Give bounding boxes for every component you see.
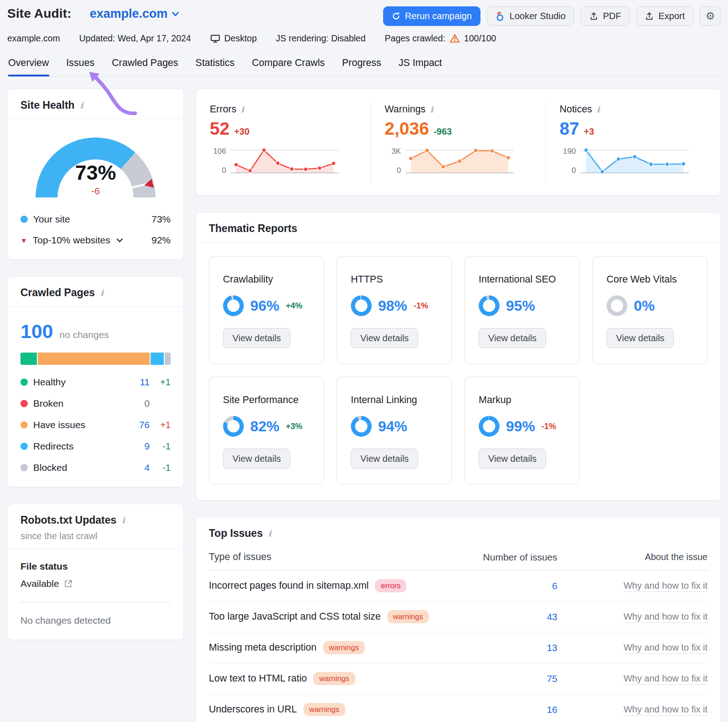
site-audit-page: Site Audit: example.com Rerun campaign L… <box>0 0 728 722</box>
project-selector[interactable]: example.com <box>90 7 179 21</box>
blocked-count-link[interactable]: 4 <box>129 462 150 473</box>
file-status-label: File status <box>20 561 171 572</box>
issue-count-link[interactable]: 13 <box>547 642 557 653</box>
issue-type: Too large JavaScript and CSS total size <box>209 611 381 622</box>
legend-row-have-issues: Have issues 76 +1 <box>20 419 171 430</box>
info-icon[interactable]: i <box>597 105 600 114</box>
view-details-button[interactable]: View details <box>223 328 290 348</box>
pdf-button[interactable]: PDF <box>581 6 630 26</box>
tab-overview[interactable]: Overview <box>8 55 49 76</box>
view-details-button[interactable]: View details <box>351 328 418 348</box>
settings-button[interactable]: ⚙ <box>700 6 721 26</box>
robots-note: No changes detected <box>20 615 171 626</box>
legend-value: 92% <box>152 235 171 246</box>
export-button[interactable]: Export <box>636 6 693 26</box>
meta-device: Desktop <box>224 33 257 44</box>
axis-min-label: 0 <box>222 166 226 175</box>
chevron-down-icon <box>172 12 179 16</box>
top-issues-card: Top Issues i Type of issues Number of is… <box>196 517 721 722</box>
audit-meta-row: example.com Updated: Wed, Apr 17, 2024 D… <box>7 33 721 44</box>
column-header-number: Number of issues <box>475 552 557 563</box>
desktop-icon <box>210 34 220 43</box>
info-icon[interactable]: i <box>430 105 433 114</box>
view-details-button[interactable]: View details <box>479 328 546 348</box>
stat-delta: +30 <box>234 126 249 137</box>
crawled-stacked-bar <box>20 353 171 365</box>
info-icon[interactable]: i <box>80 101 83 110</box>
topbar: Site Audit: example.com Rerun campaign L… <box>7 6 721 26</box>
site-health-title: Site Health <box>20 99 75 111</box>
looker-studio-button[interactable]: Looker Studio <box>487 6 574 26</box>
view-details-button[interactable]: View details <box>223 449 290 469</box>
info-icon[interactable]: i <box>268 529 271 538</box>
tab-compare-crawls[interactable]: Compare Crawls <box>252 55 325 76</box>
view-details-button[interactable]: View details <box>479 449 546 469</box>
axis-max-label: 106 <box>213 147 226 156</box>
axis-max-label: 190 <box>563 147 576 156</box>
why-how-to-fix-link[interactable]: Why and how to fix it <box>623 611 708 623</box>
thematic-pct: 95% <box>506 298 535 314</box>
info-icon[interactable]: i <box>101 288 104 298</box>
why-how-to-fix-link[interactable]: Why and how to fix it <box>623 642 708 654</box>
issue-count-link[interactable]: 75 <box>547 673 557 684</box>
stat-value: 2,036 <box>384 119 429 139</box>
issue-count-link[interactable]: 6 <box>552 581 557 591</box>
thematic-reports-card: Thematic Reports Crawlability 96%+4% Vie… <box>196 212 721 500</box>
view-details-button[interactable]: View details <box>351 449 418 469</box>
rerun-campaign-button[interactable]: Rerun campaign <box>383 6 480 26</box>
have-issues-count-link[interactable]: 76 <box>129 419 150 430</box>
crawled-total: 100 <box>20 320 53 343</box>
issue-count-link[interactable]: 43 <box>547 611 557 622</box>
tab-js-impact[interactable]: JS Impact <box>399 55 442 76</box>
top-issues-table: Type of issues Number of issues About th… <box>196 541 720 722</box>
site-health-delta: -6 <box>35 186 156 197</box>
redirects-count-link[interactable]: 9 <box>129 441 150 452</box>
stat-label: Errors <box>210 104 237 115</box>
why-how-to-fix-link[interactable]: Why and how to fix it <box>623 704 708 716</box>
thematic-name: HTTPS <box>351 274 438 285</box>
legend-delta: +1 <box>150 377 171 388</box>
thematic-name: Markup <box>479 394 566 406</box>
donut-chart <box>607 295 627 316</box>
site-health-score: 73% <box>35 161 156 185</box>
legend-label: Broken <box>33 398 64 409</box>
looker-studio-icon <box>495 11 505 21</box>
info-icon[interactable]: i <box>241 105 244 114</box>
status-badge: warnings <box>387 610 429 623</box>
issue-type: Underscores in URL <box>209 704 297 715</box>
meta-js-rendering: JS rendering: Disabled <box>276 33 365 44</box>
stat-label: Warnings <box>384 104 425 115</box>
top-issues-title: Top Issues <box>209 527 263 540</box>
thematic-card-internal-linking: Internal Linking 94% View details <box>337 377 452 485</box>
legend-label: Have issues <box>33 419 85 430</box>
view-details-button[interactable]: View details <box>607 328 674 348</box>
tab-progress[interactable]: Progress <box>342 55 381 76</box>
issue-count-link[interactable]: 16 <box>547 704 557 715</box>
external-link[interactable] <box>64 579 73 588</box>
tab-issues[interactable]: Issues <box>66 55 95 76</box>
thematic-name: International SEO <box>479 274 566 285</box>
axis-max-label: 3K <box>392 147 401 156</box>
info-icon[interactable]: i <box>122 515 125 525</box>
column-header-type: Type of issues <box>209 551 475 563</box>
legend-label: Redirects <box>33 441 74 452</box>
tab-statistics[interactable]: Statistics <box>196 55 235 76</box>
why-how-to-fix-link[interactable]: Why and how to fix it <box>623 673 708 685</box>
site-health-gauge: 73% -6 <box>35 137 156 197</box>
thematic-card-markup: Markup 99%-1% View details <box>465 377 580 485</box>
stat-label: Notices <box>560 104 592 115</box>
donut-chart <box>351 295 372 316</box>
stat-value: 52 <box>210 119 229 139</box>
thematic-name: Crawlability <box>223 274 310 285</box>
thematic-grid: Crawlability 96%+4% View details HTTPS 9… <box>196 242 720 500</box>
thematic-delta: -1% <box>541 422 556 431</box>
legend-row-broken: Broken 0 <box>20 398 171 409</box>
why-how-to-fix-link[interactable]: Why and how to fix it <box>623 581 708 592</box>
healthy-count-link[interactable]: 11 <box>129 377 150 388</box>
legend-row-blocked: Blocked 4 -1 <box>20 462 171 473</box>
warning-icon <box>450 34 460 43</box>
stat-delta: +3 <box>584 126 594 137</box>
thematic-delta: +4% <box>286 301 303 311</box>
table-row: Underscores in URLwarnings 16 Why and ho… <box>209 694 708 722</box>
tab-crawled-pages[interactable]: Crawled Pages <box>112 55 178 76</box>
